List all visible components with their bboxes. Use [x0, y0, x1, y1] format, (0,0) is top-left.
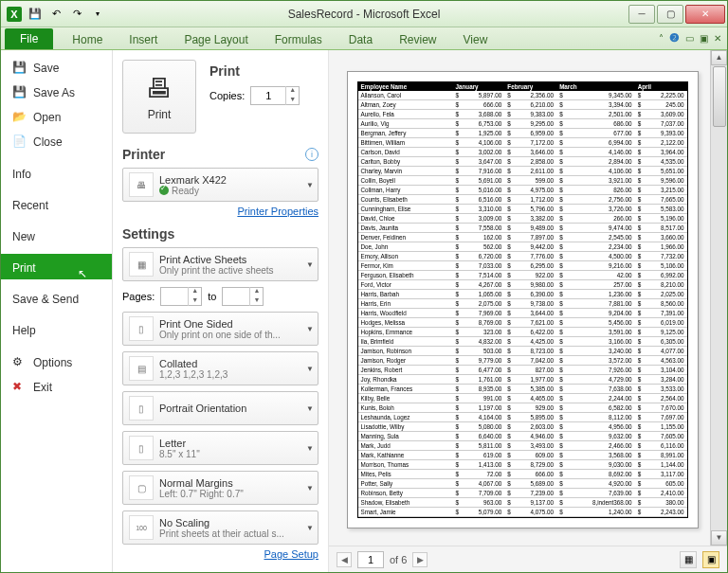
sidebar-item-print[interactable]: Print↖	[1, 254, 112, 279]
tab-view[interactable]: View	[450, 30, 501, 49]
pages-from-spinner[interactable]: ▲▼	[160, 287, 202, 306]
page-icon: ▯	[129, 316, 154, 341]
help-icon[interactable]: ❷	[669, 31, 680, 45]
scroll-thumb[interactable]	[713, 66, 726, 127]
minimize-button[interactable]: ─	[628, 5, 655, 24]
chevron-down-icon: ▼	[306, 260, 314, 269]
chevron-down-icon: ▼	[306, 524, 314, 532]
sidebar-item-new[interactable]: New	[1, 223, 112, 248]
tab-insert[interactable]: Insert	[116, 30, 171, 49]
printer-name: Lexmark X422	[159, 174, 227, 186]
up-arrow-icon[interactable]: ▲	[286, 86, 299, 96]
collate-icon: ▤	[129, 356, 154, 381]
copies-spinner[interactable]: ▲▼	[250, 86, 300, 105]
combo-sub: 8.5" x 11"	[159, 449, 200, 459]
sidebar-label: Info	[12, 168, 31, 181]
tab-review[interactable]: Review	[386, 30, 449, 49]
scroll-up-icon[interactable]: ▲	[711, 50, 727, 65]
tab-home[interactable]: Home	[59, 30, 116, 49]
tab-formulas[interactable]: Formulas	[262, 30, 336, 49]
combo-title: Print Active Sheets	[159, 254, 274, 265]
paper-combo[interactable]: ▯ Letter8.5" x 11" ▼	[122, 431, 318, 465]
combo-title: No Scaling	[159, 517, 284, 528]
print-settings-panel: 🖶 Print Print Copies: ▲▼ Printer i 🖶 Lex…	[113, 50, 329, 572]
cursor-icon: ↖	[78, 267, 87, 280]
printer-properties-link[interactable]: Printer Properties	[122, 206, 318, 217]
combo-title: Print One Sided	[159, 318, 281, 330]
combo-title: Letter	[159, 438, 200, 449]
save-as-icon: 💾	[12, 85, 27, 100]
chevron-down-icon: ▼	[306, 484, 314, 492]
combo-sub: Left: 0.7" Right: 0.7"	[159, 489, 244, 499]
chevron-down-icon: ▼	[306, 444, 314, 453]
print-what-combo[interactable]: ▦ Print Active SheetsOnly print the acti…	[122, 247, 318, 281]
save-icon: 💾	[12, 61, 27, 76]
sidebar-item-recent[interactable]: Recent	[1, 191, 112, 217]
pages-to-spinner[interactable]: ▲▼	[222, 287, 264, 306]
sidebar-label: Exit	[33, 381, 52, 394]
printer-status: Ready	[172, 186, 199, 196]
combo-title: Collated	[159, 358, 228, 369]
options-icon: ⚙	[12, 355, 27, 370]
scroll-down-icon[interactable]: ▼	[711, 530, 727, 546]
chevron-down-icon: ▼	[306, 181, 314, 189]
page-number-box[interactable]: 1	[357, 551, 384, 568]
print-button[interactable]: 🖶 Print	[122, 60, 196, 134]
combo-title: Normal Margins	[159, 477, 244, 489]
preview-page: Employee NameJanuaryFebruaryMarchAprilAl…	[347, 71, 699, 528]
page-setup-link[interactable]: Page Setup	[122, 548, 318, 560]
next-page-button[interactable]: ▶	[412, 552, 428, 567]
copies-label: Copies:	[209, 90, 245, 101]
printer-combo[interactable]: 🖶 Lexmark X422 Ready ▼	[122, 168, 318, 202]
print-button-label: Print	[148, 108, 172, 121]
inner-minimize-icon[interactable]: ▭	[685, 33, 694, 44]
pages-to-input[interactable]	[223, 291, 249, 302]
tab-page-layout[interactable]: Page Layout	[171, 30, 261, 49]
sidebar-item-open[interactable]: 📂Open	[1, 105, 112, 130]
close-button[interactable]: ✕	[685, 5, 725, 24]
sidebar-item-save-as[interactable]: 💾Save As	[1, 81, 112, 105]
down-arrow-icon[interactable]: ▼	[286, 96, 299, 105]
preview-data-table: Employee NameJanuaryFebruaryMarchAprilAl…	[358, 82, 687, 518]
inner-restore-icon[interactable]: ▣	[700, 33, 708, 44]
inner-close-icon[interactable]: ✕	[714, 33, 721, 44]
printer-icon: 🖶	[146, 73, 173, 104]
sidebar-item-save[interactable]: 💾Save	[1, 56, 112, 81]
scaling-icon: 100	[129, 515, 154, 540]
tab-file[interactable]: File	[5, 28, 53, 49]
sidebar-item-exit[interactable]: ✖Exit	[1, 375, 112, 400]
zoom-to-page-button[interactable]: ▣	[702, 551, 719, 568]
preview-scrollbar[interactable]: ▲ ▼	[710, 50, 727, 546]
sidebar-item-close[interactable]: 📄Close	[1, 130, 112, 154]
prev-page-button[interactable]: ◀	[337, 552, 352, 567]
orientation-combo[interactable]: ▯ Portrait Orientation ▼	[122, 391, 318, 425]
redo-qat-icon[interactable]: ↷	[69, 7, 84, 22]
maximize-button[interactable]: ▢	[657, 5, 683, 24]
preview-footer: ◀ 1 of 6 ▶ ▦ ▣	[329, 546, 727, 572]
titlebar: X 💾 ↶ ↷ ▾ SalesRecord - Microsoft Excel …	[1, 1, 727, 27]
undo-qat-icon[interactable]: ↶	[48, 7, 64, 22]
sidebar-item-options[interactable]: ⚙Options	[1, 348, 112, 375]
sidebar-item-save-send[interactable]: Save & Send	[1, 285, 112, 311]
margins-icon: ▢	[129, 475, 154, 500]
collate-combo[interactable]: ▤ Collated1,2,3 1,2,3 1,2,3 ▼	[122, 351, 318, 385]
show-margins-button[interactable]: ▦	[680, 551, 697, 568]
save-qat-icon[interactable]: 💾	[27, 7, 43, 22]
sidebar-item-help[interactable]: Help	[1, 316, 112, 342]
pages-to-label: to	[208, 291, 216, 302]
ribbon-tabs: File Home Insert Page Layout Formulas Da…	[1, 27, 727, 50]
minimize-ribbon-icon[interactable]: ˄	[659, 33, 664, 44]
backstage-sidebar: 💾Save 💾Save As 📂Open 📄Close Info Recent …	[1, 50, 113, 572]
margins-combo[interactable]: ▢ Normal MarginsLeft: 0.7" Right: 0.7" ▼	[122, 471, 318, 505]
qat-dropdown-icon[interactable]: ▾	[90, 7, 105, 22]
printer-heading: Printer	[122, 147, 165, 162]
tab-data[interactable]: Data	[336, 30, 386, 49]
sidebar-item-info[interactable]: Info	[1, 160, 112, 186]
sidebar-label: Recent	[12, 199, 48, 212]
copies-input[interactable]	[251, 90, 285, 101]
sidebar-label: Save As	[33, 86, 75, 99]
pages-from-input[interactable]	[161, 291, 188, 302]
scaling-combo[interactable]: 100 No ScalingPrint sheets at their actu…	[122, 510, 318, 545]
sides-combo[interactable]: ▯ Print One SidedOnly print on one side …	[122, 312, 318, 346]
printer-info-icon[interactable]: i	[305, 148, 318, 161]
